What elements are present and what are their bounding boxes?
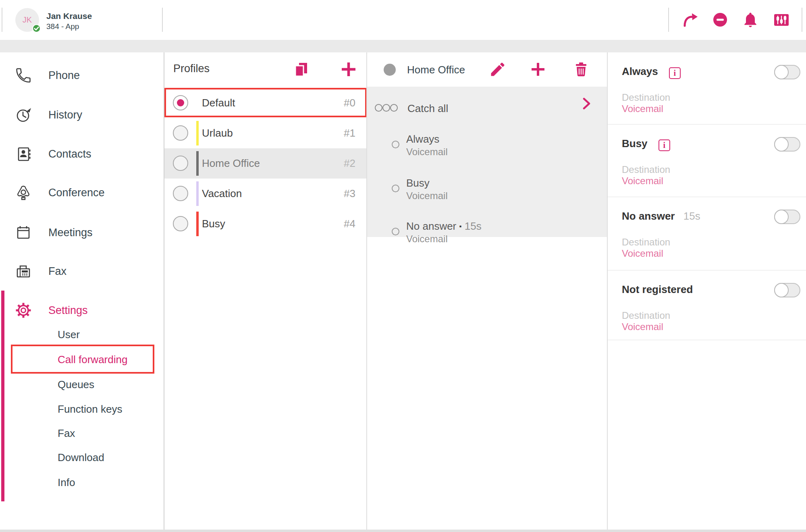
bell-icon[interactable] [742, 11, 759, 29]
add-icon[interactable] [529, 60, 547, 78]
toggle-always[interactable] [774, 65, 800, 79]
destination-label: Destination [622, 310, 670, 321]
profile-number: #2 [344, 148, 355, 179]
radio-icon[interactable] [392, 185, 399, 192]
avatar-initials: JK [23, 15, 32, 25]
call-forward-icon[interactable] [681, 11, 699, 29]
destination-value[interactable]: Voicemail [622, 175, 663, 187]
sidebar-item-settings[interactable]: Settings [0, 298, 163, 322]
rule-row-always[interactable]: Always Voicemail [367, 133, 607, 161]
sidebar-item-fax[interactable]: Fax [0, 259, 163, 283]
profile-color-bar [196, 181, 199, 206]
duplicate-icon[interactable] [292, 60, 310, 78]
profile-row-busy[interactable]: Busy #4 [164, 209, 367, 239]
add-icon[interactable] [340, 60, 357, 78]
profile-row-urlaub[interactable]: Urlaub #1 [164, 118, 367, 148]
radio-icon[interactable] [173, 125, 188, 141]
destination-value[interactable]: Voicemail [622, 103, 663, 114]
profile-row-default[interactable]: Default #0 [164, 88, 367, 117]
toggle-no-answer[interactable] [774, 210, 800, 224]
section-title: Always [622, 65, 681, 78]
gear-icon [15, 301, 32, 319]
column-divider [607, 52, 608, 530]
rule-title: No answer ▪ 15s [406, 220, 482, 233]
edit-icon[interactable] [489, 60, 507, 78]
sidebar-item-label: Meetings [48, 220, 93, 245]
sidebar-subitem-fax[interactable]: Fax [58, 426, 154, 440]
call-forwarding-annotation-box [11, 345, 154, 374]
sidebar-item-phone[interactable]: Phone [0, 63, 163, 87]
radio-icon[interactable] [173, 216, 188, 231]
destination-value[interactable]: Voicemail [622, 248, 663, 259]
user-name: Jan Krause [46, 11, 92, 21]
sidebar-subitem-user[interactable]: User [58, 328, 154, 341]
sidebar-item-history[interactable]: History [0, 103, 163, 127]
profile-number: #3 [344, 179, 355, 209]
radio-icon[interactable] [392, 141, 399, 148]
toggle-not-registered[interactable] [774, 283, 800, 297]
column-divider [164, 52, 164, 530]
rule-title: Busy [406, 177, 430, 189]
conference-icon [15, 184, 32, 202]
sidebar-item-label: Settings [48, 298, 88, 322]
rule-destination: Voicemail [406, 146, 448, 158]
header-divider [668, 8, 669, 32]
rule-destination: Voicemail [406, 233, 448, 245]
rule-row-busy[interactable]: Busy Voicemail [367, 177, 607, 205]
forwarding-rules-panel: Catch all Always Voicemail Busy Voicemai… [367, 87, 607, 237]
section-title: Busy [622, 137, 670, 150]
phone-icon [15, 66, 32, 84]
profile-color-bar [196, 212, 199, 236]
top-header: JK Jan Krause 384 - App [0, 0, 806, 40]
catch-all-label: Catch all [407, 102, 448, 115]
destination-label: Destination [622, 237, 670, 248]
profile-color-bar [196, 121, 199, 145]
profile-row-vacation[interactable]: Vacation #3 [164, 179, 367, 209]
timeout-value: 15s [683, 210, 700, 222]
toggle-busy[interactable] [774, 137, 800, 152]
profile-number: #1 [344, 118, 355, 148]
sidebar-item-label: Fax [48, 259, 66, 283]
radio-icon[interactable] [173, 156, 188, 171]
sidebar-item-contacts[interactable]: Contacts [0, 142, 163, 166]
sidebar-item-label: Phone [48, 63, 80, 87]
rule-row-no-answer[interactable]: No answer ▪ 15s Voicemail [367, 220, 607, 248]
info-icon[interactable] [669, 67, 681, 79]
radio-selected-icon[interactable] [173, 95, 188, 110]
destination-value[interactable]: Voicemail [622, 321, 663, 332]
header-divider [2, 8, 2, 32]
rule-timeout: 15s [465, 220, 482, 232]
sidebar-item-meetings[interactable]: Meetings [0, 220, 163, 245]
profile-color-dot [384, 64, 396, 76]
profile-name: Default [202, 88, 235, 118]
sidebar-subitem-info[interactable]: Info [58, 476, 154, 489]
forwarding-section-no-answer: No answer 15s Destination Voicemail [608, 197, 806, 270]
sidebar-item-label: Conference [48, 181, 105, 205]
profile-number: #4 [344, 209, 355, 239]
forwarding-section-always: Always Destination Voicemail [608, 52, 806, 124]
do-not-disturb-icon[interactable] [711, 11, 729, 29]
history-icon [15, 106, 32, 124]
app-window: JK Jan Krause 384 - App [0, 0, 806, 532]
sidebar-subitem-queues[interactable]: Queues [58, 378, 154, 391]
avatar[interactable]: JK [15, 8, 39, 32]
profile-name: Home Office [202, 148, 260, 179]
contacts-icon [15, 145, 32, 163]
chevron-right-icon[interactable] [582, 98, 591, 110]
profile-name: Vacation [202, 179, 242, 209]
radio-icon[interactable] [392, 228, 399, 235]
meetings-icon [15, 224, 32, 241]
profile-row-home-office[interactable]: Home Office #2 [164, 148, 367, 179]
user-extension: 384 - App [46, 22, 79, 31]
profiles-title: Profiles [173, 62, 210, 75]
sidebar-subitem-download[interactable]: Download [58, 451, 154, 464]
profile-name: Busy [202, 209, 225, 239]
info-icon[interactable] [659, 139, 670, 151]
destination-label: Destination [622, 92, 670, 103]
column-divider [366, 52, 367, 530]
sliders-icon[interactable] [773, 11, 790, 29]
sidebar-subitem-function-keys[interactable]: Function keys [58, 402, 154, 416]
delete-icon[interactable] [572, 60, 590, 78]
radio-icon[interactable] [173, 186, 188, 201]
sidebar-item-conference[interactable]: Conference [0, 181, 163, 205]
